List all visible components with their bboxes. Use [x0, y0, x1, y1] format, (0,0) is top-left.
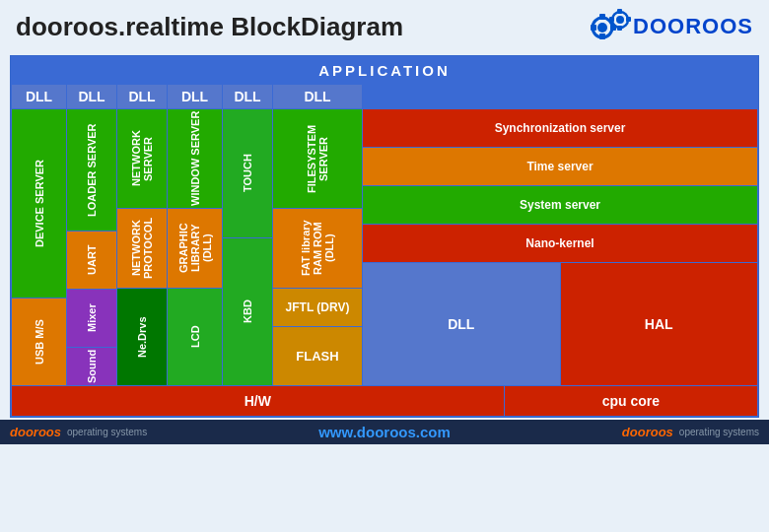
dll-3: DLL: [117, 85, 167, 108]
footer-logo-right: dooroos: [622, 425, 673, 439]
col-device: DEVICE SERVER USB M/S: [12, 109, 66, 385]
dll-spacer: [363, 85, 757, 108]
window-server-block: WINDOW SERVER: [168, 109, 222, 208]
device-server-block: DEVICE SERVER: [12, 109, 66, 298]
time-server-block: Time server: [363, 148, 757, 185]
svg-rect-12: [626, 17, 631, 22]
system-server-block: System server: [363, 186, 757, 224]
cpu-core-bar: cpu core: [505, 386, 757, 416]
usb-ms-block: USB M/S: [12, 299, 66, 385]
svg-rect-10: [617, 26, 622, 31]
footer-tagline-left: operating systems: [67, 427, 147, 437]
fat-block: FAT library RAM ROM (DLL): [273, 209, 362, 288]
dll-hal-row: DLL HAL: [363, 263, 757, 385]
dooroos-logo-icon: [589, 8, 633, 45]
logo-text: DOOROOS: [633, 14, 753, 39]
svg-point-8: [616, 16, 624, 24]
footer-url[interactable]: www.dooroos.com: [318, 424, 451, 440]
touch-block: TOUCH: [223, 109, 272, 237]
footer-logo-left: dooroos: [10, 425, 61, 439]
hw-row: H/W cpu core: [12, 386, 757, 416]
svg-rect-3: [599, 14, 605, 20]
hw-bar: H/W: [12, 386, 504, 416]
dll-row: DLL DLL DLL DLL DLL DLL: [12, 85, 757, 108]
network-server-block: NETWORK SERVER: [117, 109, 167, 208]
hal-block: HAL: [561, 263, 758, 385]
filesystem-block: FILESYSTEM SERVER: [273, 109, 362, 208]
application-bar: APPLICATION: [12, 57, 757, 84]
main-row: DEVICE SERVER USB M/S LOADER SERVER UART…: [12, 109, 757, 385]
header: dooroos.realtime BlockDiagram DOOROOS: [0, 0, 769, 53]
footer: dooroos operating systems www.dooroos.co…: [0, 420, 769, 444]
block-diagram: APPLICATION DLL DLL DLL DLL DLL DLL DEVI…: [10, 55, 759, 418]
nano-kernel-block: Nano-kernel: [363, 225, 757, 262]
col-filesystem: FILESYSTEM SERVER FAT library RAM ROM (D…: [273, 109, 362, 385]
footer-tagline-right: operating systems: [679, 427, 759, 437]
loader-server-block: LOADER SERVER: [67, 109, 116, 231]
dll-bottom-block: DLL: [363, 263, 560, 385]
mixer-block: Mixer: [67, 290, 116, 347]
dll-1: DLL: [12, 85, 66, 108]
svg-rect-5: [591, 25, 596, 31]
sound-block: Sound: [67, 348, 116, 385]
footer-left: dooroos operating systems: [10, 425, 147, 439]
svg-rect-9: [617, 9, 622, 14]
dll-2: DLL: [67, 85, 116, 108]
jftl-block: JFTL (DRV): [273, 289, 362, 326]
col-right-servers: Synchronization server Time server Syste…: [363, 109, 757, 385]
footer-right: dooroos operating systems: [622, 425, 759, 439]
ne-drvs-block: Ne.Drvs: [117, 289, 167, 385]
svg-rect-4: [599, 33, 605, 39]
dll-6: DLL: [273, 85, 362, 108]
dll-5: DLL: [223, 85, 272, 108]
graphic-dll-block: GRAPHIC LIBRARY (DLL): [168, 209, 222, 288]
col-loader: LOADER SERVER UART Mixer Sound: [67, 109, 116, 385]
dll-4: DLL: [168, 85, 222, 108]
page-title: dooroos.realtime BlockDiagram: [16, 12, 403, 42]
uart-block: UART: [67, 232, 116, 289]
col-touch-kbd: TOUCH KBD: [223, 109, 272, 385]
network-protocol-block: NETWORK PROTOCOL: [117, 209, 167, 288]
logo-area: DOOROOS: [589, 8, 753, 45]
svg-point-2: [597, 23, 607, 33]
svg-rect-11: [609, 17, 614, 22]
lcd-block: LCD: [168, 289, 222, 385]
col-window: WINDOW SERVER GRAPHIC LIBRARY (DLL) LCD: [168, 109, 222, 385]
col-network: NETWORK SERVER NETWORK PROTOCOL Ne.Drvs: [117, 109, 167, 385]
kbd-block: KBD: [223, 238, 272, 385]
flash-block: FLASH: [273, 327, 362, 385]
sync-server-block: Synchronization server: [363, 109, 757, 147]
